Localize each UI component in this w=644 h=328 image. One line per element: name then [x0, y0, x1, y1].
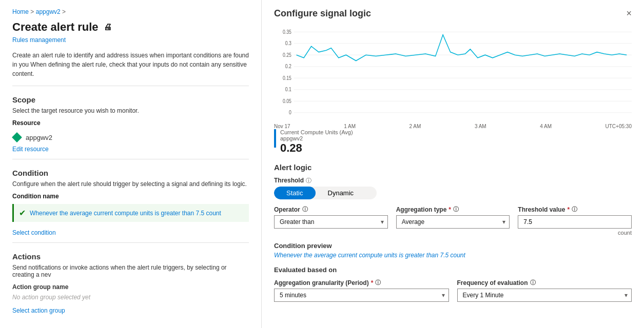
- svg-text:0.25: 0.25: [283, 52, 291, 58]
- svg-text:0.2: 0.2: [285, 63, 291, 69]
- alert-logic-title: Alert logic: [274, 163, 632, 172]
- panel-title-row: Configure signal logic ×: [274, 8, 632, 19]
- condition-preview: Condition preview Whenever the average c…: [274, 242, 632, 259]
- utc-label: UTC+05:30: [606, 124, 632, 129]
- condition-text: Whenever the average current compute uni…: [30, 210, 221, 217]
- evaluated-title: Evaluated based on: [274, 266, 632, 274]
- condition-title: Condition: [12, 169, 249, 177]
- chart-x-labels: Nov 17 1 AM 2 AM 3 AM 4 AM UTC+05:30: [274, 124, 632, 129]
- frequency-label: Frequency of evaluation: [457, 279, 528, 286]
- granularity-info-icon[interactable]: ⓘ: [375, 279, 381, 286]
- scope-desc: Select the target resource you wish to m…: [12, 107, 249, 114]
- left-panel: Home > appgwv2 > Create alert rule 🖨 Rul…: [0, 0, 262, 328]
- actions-title: Actions: [12, 252, 249, 261]
- resource-name: appgwv2: [26, 134, 52, 141]
- svg-text:0.15: 0.15: [283, 75, 291, 81]
- resource-label: Resource: [12, 119, 249, 127]
- print-icon[interactable]: 🖨: [104, 23, 112, 32]
- svg-text:0: 0: [289, 109, 291, 115]
- aggregation-select-wrapper: Average Minimum Maximum Total Count: [396, 215, 510, 229]
- alert-logic-form-row: Operator ⓘ Greater than Less than Greate…: [274, 206, 632, 236]
- legend-resource: appgwv2: [280, 135, 353, 141]
- no-action-text: No action group selected yet: [12, 294, 249, 301]
- granularity-group: Aggregation granularity (Period) * ⓘ 1 m…: [274, 279, 449, 302]
- threshold-label-row: Threshold ⓘ: [274, 177, 632, 184]
- threshold-value-group: Threshold value * ⓘ count: [518, 206, 632, 236]
- threshold-value-label: Threshold value: [518, 206, 565, 213]
- rules-management-link[interactable]: Rules management: [12, 36, 66, 44]
- info-text: Create an alert rule to identify and add…: [12, 51, 249, 78]
- threshold-value-info-icon[interactable]: ⓘ: [572, 206, 577, 213]
- x-label-nov17: Nov 17: [274, 124, 290, 129]
- legend-value: 0.28: [280, 141, 353, 155]
- evaluated-section: Evaluated based on Aggregation granulari…: [274, 266, 632, 302]
- diamond-shape: [12, 132, 22, 142]
- condition-name-row: ✔ Whenever the average current compute u…: [12, 204, 249, 222]
- breadcrumb-resource[interactable]: appgwv2: [36, 8, 61, 15]
- breadcrumb-home[interactable]: Home: [12, 8, 29, 15]
- actions-desc: Send notifications or invoke actions whe…: [12, 264, 249, 278]
- granularity-select[interactable]: 1 minute 5 minutes 15 minutes 30 minutes…: [274, 289, 449, 302]
- operator-select-wrapper: Greater than Less than Greater than or e…: [274, 215, 388, 229]
- granularity-label-row: Aggregation granularity (Period) * ⓘ: [274, 279, 449, 286]
- right-panel: Configure signal logic × 0.35 0.3 0.25 0…: [262, 0, 644, 328]
- granularity-select-wrapper: 1 minute 5 minutes 15 minutes 30 minutes…: [274, 289, 449, 302]
- operator-label-row: Operator ⓘ: [274, 206, 388, 213]
- condition-name-label: Condition name: [12, 193, 249, 200]
- check-icon: ✔: [19, 208, 26, 218]
- legend-bar: [274, 129, 276, 148]
- aggregation-label: Aggregation type: [396, 206, 447, 213]
- x-label-2am: 2 AM: [409, 124, 421, 129]
- threshold-toggle: Static Dynamic: [274, 187, 377, 199]
- condition-preview-title: Condition preview: [274, 242, 632, 250]
- resource-icon: [12, 133, 22, 142]
- operator-label: Operator: [274, 206, 300, 213]
- svg-text:0.35: 0.35: [283, 29, 291, 35]
- threshold-value-input[interactable]: [518, 215, 632, 229]
- panel-title: Configure signal logic: [274, 8, 371, 19]
- threshold-label: Threshold: [274, 177, 304, 184]
- threshold-unit: count: [518, 230, 632, 236]
- legend-info: Current Compute Units (Avg) appgwv2 0.28: [280, 129, 353, 155]
- frequency-select-wrapper: Every 1 Minute Every 5 Minutes Every 15 …: [457, 289, 632, 302]
- close-button[interactable]: ×: [626, 8, 632, 19]
- aggregation-select[interactable]: Average Minimum Maximum Total Count: [396, 215, 510, 229]
- frequency-select[interactable]: Every 1 Minute Every 5 Minutes Every 15 …: [457, 289, 632, 302]
- aggregation-info-icon[interactable]: ⓘ: [453, 206, 459, 213]
- x-label-3am: 3 AM: [475, 124, 486, 129]
- legend-label: Current Compute Units (Avg): [280, 129, 353, 135]
- action-group-label: Action group name: [12, 283, 249, 291]
- edit-resource-link[interactable]: Edit resource: [12, 146, 49, 153]
- aggregation-group: Aggregation type * ⓘ Average Minimum Max…: [396, 206, 510, 236]
- x-label-1am: 1 AM: [344, 124, 356, 129]
- static-toggle-btn[interactable]: Static: [274, 187, 316, 199]
- scope-title: Scope: [12, 95, 249, 104]
- svg-text:0.3: 0.3: [285, 40, 291, 46]
- resource-row: appgwv2: [12, 130, 249, 145]
- condition-preview-text: Whenever the average current compute uni…: [274, 252, 632, 259]
- aggregation-label-row: Aggregation type * ⓘ: [396, 206, 510, 213]
- evaluated-form-row: Aggregation granularity (Period) * ⓘ 1 m…: [274, 279, 632, 302]
- operator-group: Operator ⓘ Greater than Less than Greate…: [274, 206, 388, 236]
- granularity-label: Aggregation granularity (Period): [274, 279, 369, 286]
- page-title: Create alert rule 🖨: [12, 20, 249, 34]
- frequency-info-icon[interactable]: ⓘ: [530, 279, 536, 286]
- svg-text:0.05: 0.05: [283, 98, 291, 104]
- frequency-label-row: Frequency of evaluation ⓘ: [457, 279, 632, 286]
- select-action-group-link[interactable]: Select action group: [12, 307, 65, 314]
- threshold-info-icon[interactable]: ⓘ: [306, 177, 311, 184]
- chart-legend: Current Compute Units (Avg) appgwv2 0.28: [274, 129, 632, 155]
- operator-info-icon[interactable]: ⓘ: [302, 206, 308, 213]
- select-condition-link[interactable]: Select condition: [12, 229, 56, 236]
- chart-container: 0.35 0.3 0.25 0.2 0.15 0.1 0.05 0: [274, 26, 632, 118]
- condition-desc: Configure when the alert rule should tri…: [12, 180, 249, 188]
- frequency-group: Frequency of evaluation ⓘ Every 1 Minute…: [457, 279, 632, 302]
- dynamic-toggle-btn[interactable]: Dynamic: [316, 187, 366, 199]
- threshold-value-label-row: Threshold value * ⓘ: [518, 206, 632, 213]
- breadcrumb: Home > appgwv2 >: [12, 8, 249, 15]
- x-label-4am: 4 AM: [540, 124, 552, 129]
- svg-text:0.1: 0.1: [285, 86, 291, 92]
- operator-select[interactable]: Greater than Less than Greater than or e…: [274, 215, 388, 229]
- chart-svg: 0.35 0.3 0.25 0.2 0.15 0.1 0.05 0: [274, 26, 632, 118]
